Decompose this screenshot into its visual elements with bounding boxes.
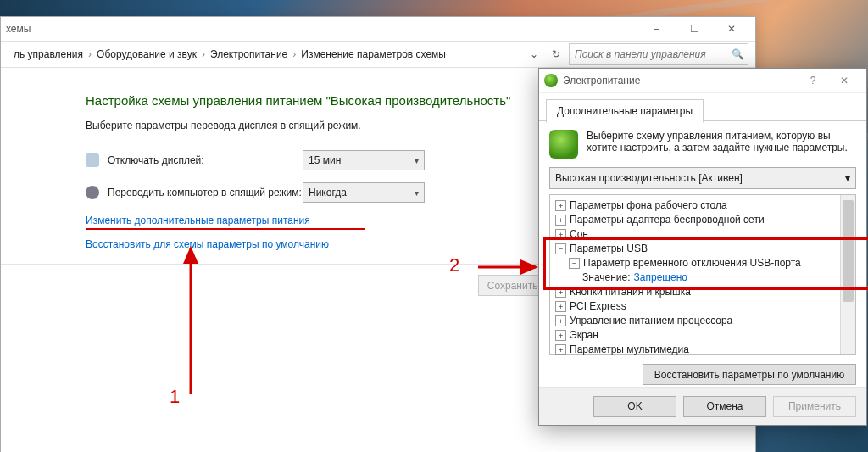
- help-button[interactable]: ?: [798, 75, 827, 86]
- chevron-down-icon: ▾: [845, 172, 850, 184]
- dialog-description-row: Выберите схему управления питанием, кото…: [549, 130, 856, 159]
- expand-icon[interactable]: +: [555, 215, 566, 226]
- tree-node-desktop-background[interactable]: +Параметры фона рабочего стола: [555, 198, 855, 213]
- restore-plan-defaults-button[interactable]: Восстановить параметры по умолчанию: [643, 364, 856, 385]
- active-plan-select[interactable]: Высокая производительность [Активен] ▾: [549, 167, 856, 189]
- sleep-value: Никогда: [309, 187, 347, 198]
- search-input[interactable]: [573, 47, 728, 61]
- breadcrumb-power-options[interactable]: Электропитание: [207, 48, 291, 60]
- settings-tree[interactable]: +Параметры фона рабочего стола +Параметр…: [550, 195, 855, 360]
- collapse-icon[interactable]: −: [569, 258, 580, 269]
- active-plan-value: Высокая производительность [Активен]: [555, 172, 743, 184]
- breadcrumb-path[interactable]: ль управления› Оборудование и звук› Элек…: [8, 43, 525, 65]
- sleep-select[interactable]: Никогда ▾: [303, 182, 425, 203]
- chevron-down-icon: ▾: [415, 156, 419, 165]
- turn-off-display-label: Отключать дисплей:: [108, 154, 303, 166]
- settings-tree-pane: +Параметры фона рабочего стола +Параметр…: [549, 194, 856, 355]
- tree-node-sleep[interactable]: +Сон: [555, 227, 855, 242]
- chevron-right-icon: ›: [291, 48, 298, 60]
- turn-off-display-select[interactable]: 15 мин ▾: [303, 150, 425, 170]
- dialog-title-bar: Электропитание ? ✕: [539, 69, 866, 93]
- tree-node-wireless-adapter[interactable]: +Параметры адаптера беспроводной сети: [555, 213, 855, 227]
- refresh-button[interactable]: ↻: [547, 45, 565, 64]
- power-options-advanced-dialog: Электропитание ? ✕ Дополнительные параме…: [538, 68, 867, 426]
- expand-icon[interactable]: +: [555, 200, 566, 211]
- chevron-down-icon: ▾: [415, 188, 419, 198]
- chevron-right-icon: ›: [86, 48, 93, 60]
- tree-node-usb-settings[interactable]: −Параметры USB: [555, 242, 855, 256]
- sleep-label: Переводить компьютер в спящий режим:: [108, 187, 303, 198]
- minimize-button[interactable]: ‒: [638, 17, 676, 41]
- dialog-description: Выберите схему управления питанием, кото…: [587, 130, 856, 159]
- ok-button[interactable]: OK: [593, 396, 676, 417]
- tree-node-pci-express[interactable]: +PCI Express: [555, 299, 855, 314]
- dialog-footer: OK Отмена Применить: [539, 387, 866, 425]
- tree-node-usb-suspend-value-row[interactable]: Значение:Запрещено: [555, 271, 855, 285]
- tree-node-multimedia[interactable]: +Параметры мультимедиа: [555, 343, 855, 357]
- search-icon[interactable]: 🔍: [728, 48, 744, 60]
- dialog-title: Электропитание: [563, 75, 798, 86]
- breadcrumb-edit-plan[interactable]: Изменение параметров схемы: [298, 48, 449, 60]
- tree-node-processor-power[interactable]: +Управление питанием процессора: [555, 314, 855, 328]
- breadcrumb-control-panel[interactable]: ль управления: [10, 48, 86, 60]
- apply-button: Применить: [773, 396, 856, 417]
- expand-icon[interactable]: +: [555, 330, 566, 341]
- tree-node-usb-selective-suspend[interactable]: −Параметр временного отключения USB-порт…: [555, 256, 855, 271]
- usb-suspend-value[interactable]: Запрещено: [634, 271, 687, 285]
- expand-icon[interactable]: +: [555, 287, 566, 298]
- tab-advanced-settings[interactable]: Дополнительные параметры: [546, 99, 704, 123]
- close-button[interactable]: ✕: [713, 17, 750, 41]
- tree-node-display[interactable]: +Экран: [555, 328, 855, 343]
- breadcrumb-hardware-sound[interactable]: Оборудование и звук: [93, 48, 200, 60]
- tree-scrollbar[interactable]: [840, 195, 855, 354]
- dialog-cancel-button[interactable]: Отмена: [683, 396, 766, 417]
- chevron-right-icon: ›: [200, 48, 207, 60]
- parent-title-bar: хемы ‒ ☐ ✕: [1, 17, 755, 42]
- expand-icon[interactable]: +: [555, 229, 566, 240]
- breadcrumb-history-dropdown[interactable]: ⌄: [525, 45, 543, 64]
- collapse-icon[interactable]: −: [555, 243, 566, 254]
- parent-window-title: хемы: [6, 23, 638, 35]
- display-icon: [86, 153, 99, 167]
- power-plug-icon: [544, 74, 558, 87]
- moon-icon: [86, 186, 99, 199]
- link-change-advanced-power-settings[interactable]: Изменить дополнительные параметры питани…: [86, 215, 365, 230]
- expand-icon[interactable]: +: [555, 344, 566, 355]
- maximize-button[interactable]: ☐: [676, 17, 713, 41]
- expand-icon[interactable]: +: [555, 301, 566, 312]
- breadcrumb-bar: ль управления› Оборудование и звук› Элек…: [1, 42, 755, 68]
- tree-node-power-buttons-lid[interactable]: +Кнопки питания и крышка: [555, 285, 855, 299]
- power-options-icon: [549, 130, 578, 159]
- dialog-close-button[interactable]: ✕: [827, 75, 861, 86]
- search-box[interactable]: 🔍: [569, 43, 748, 65]
- dialog-tab-strip: Дополнительные параметры: [539, 93, 866, 121]
- scroll-thumb[interactable]: [843, 200, 854, 302]
- expand-icon[interactable]: +: [555, 315, 566, 326]
- value-label: Значение:: [582, 271, 631, 285]
- turn-off-display-value: 15 мин: [309, 154, 341, 166]
